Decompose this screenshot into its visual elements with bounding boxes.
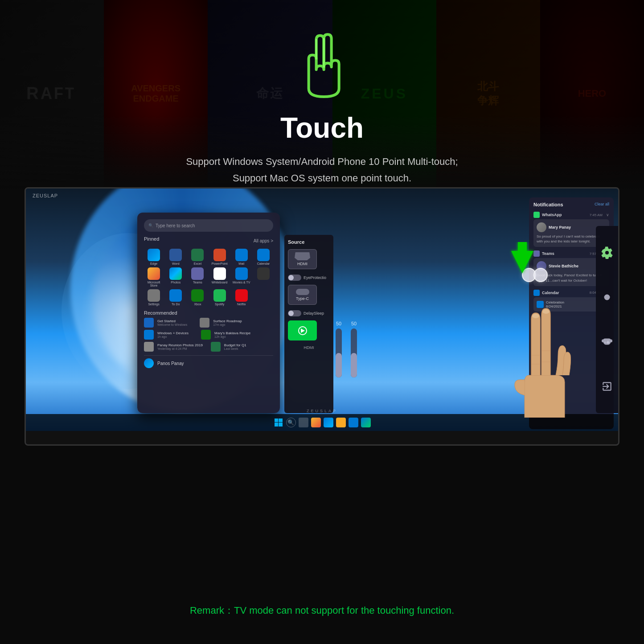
toggle-knob-eye	[288, 275, 294, 280]
slider-brightness: 50	[336, 321, 342, 377]
rec-item-1: Get Started Welcome to Windows Surface R…	[144, 318, 273, 328]
teams-sender: Stevie Bathiche	[549, 264, 578, 268]
osd-right-sidebar	[596, 226, 618, 413]
settings-icon	[148, 289, 160, 302]
desc-line-2: Support Mac OS system one point touch.	[135, 170, 509, 186]
recommended-list: Get Started Welcome to Windows Surface R…	[144, 318, 273, 352]
monitor-bottom-bar	[26, 431, 618, 444]
brightness-slider[interactable]	[336, 328, 342, 377]
xbox-icon	[191, 289, 204, 302]
eye-protection-label: EyeProtectio	[304, 275, 326, 280]
taskbar-task-view[interactable]	[299, 418, 308, 427]
hand-gesture-container	[493, 293, 591, 418]
osd-brightness-icon[interactable]	[599, 289, 615, 305]
monitor-section: ZEUSLAP 🔍 Type here to search Pinned All…	[25, 187, 619, 455]
osd-sliders-area: 50 50	[336, 321, 357, 377]
search-placeholder: Type here to search	[156, 223, 195, 228]
taskbar-windows-icon[interactable]	[274, 418, 283, 427]
svg-point-1	[532, 314, 539, 318]
user-area: Panos Panay	[144, 355, 273, 368]
whiteboard-icon	[213, 267, 226, 280]
rec-item-3: Panay Reunion Photos 2019 Yesterday at 4…	[144, 342, 273, 352]
osd-streaming-button[interactable]	[288, 320, 317, 340]
osd-toggle-eye: EyeProtectio	[288, 273, 330, 283]
osd-hdmi-button[interactable]: HDMI	[288, 249, 317, 269]
taskbar-edge-icon[interactable]	[324, 418, 333, 427]
app-whiteboard: Whiteboard	[210, 267, 230, 287]
search-bar: 🔍 Type here to search	[144, 219, 273, 232]
app-spotify: Spotify	[210, 289, 230, 306]
monitor-frame: ZEUSLAP 🔍 Type here to search Pinned All…	[25, 187, 619, 446]
teams-icon	[191, 267, 204, 280]
svg-rect-7	[275, 418, 278, 422]
app-teams: Teams	[188, 267, 207, 287]
app-edge: Edge	[144, 249, 164, 265]
edge-icon	[148, 249, 160, 261]
remark-section: Remark：TV mode can not support for the t…	[0, 604, 644, 617]
svg-rect-9	[275, 422, 278, 427]
app-tv	[254, 267, 273, 287]
rec-item-2: Windows + Devices 1h ago Mary's Baklava …	[144, 330, 273, 340]
excel-icon	[191, 249, 204, 261]
taskbar-search-icon[interactable]: 🔍	[286, 418, 296, 427]
osd-toggle-delay: DelaySleep	[288, 308, 330, 318]
osd-gamepad-icon[interactable]	[599, 334, 615, 350]
app-store: Microsoft Store	[144, 267, 164, 287]
contrast-slider[interactable]	[351, 328, 357, 377]
svg-marker-0	[511, 242, 533, 273]
app-grid: Edge Word Excel PowerPoint	[144, 249, 273, 306]
green-arrow-indicator	[509, 242, 536, 279]
typec-label: Type-C	[296, 296, 309, 301]
remark-text: Remark：TV mode can not support for the t…	[0, 604, 644, 617]
brightness-fill	[336, 353, 342, 377]
taskbar-photos-icon[interactable]	[361, 418, 371, 427]
recommended-label: Recommended	[144, 310, 273, 316]
rec-icon-5	[144, 342, 154, 352]
user-avatar	[144, 358, 154, 368]
svg-point-2	[542, 309, 550, 314]
spotify-icon	[213, 289, 226, 302]
contrast-fill	[351, 353, 357, 377]
notifications-clear[interactable]: Clear all	[595, 202, 609, 207]
touch-title: Touch	[280, 111, 364, 144]
streaming-icon	[298, 326, 307, 335]
osd-exit-icon[interactable]	[599, 378, 615, 394]
play-icon	[301, 328, 305, 333]
netflix-icon	[235, 289, 248, 302]
osd-gear-icon[interactable]	[599, 245, 615, 261]
toggle-knob-delay	[288, 311, 294, 316]
slider-contrast-value: 50	[351, 321, 357, 326]
rec-icon-1	[144, 318, 154, 328]
monitor-brand-label: ZEUSLAP	[33, 193, 58, 198]
tv-icon	[257, 267, 270, 280]
whatsapp-icon	[533, 212, 540, 218]
osd-typec-button[interactable]: Type-C	[288, 285, 317, 305]
app-powerpoint: PowerPoint	[210, 249, 230, 265]
movies-icon	[235, 267, 248, 280]
eye-protection-toggle[interactable]	[288, 275, 301, 281]
all-apps-label: All apps >	[254, 238, 273, 243]
rec-icon-4	[201, 330, 211, 340]
app-settings: Settings	[144, 289, 164, 306]
app-word: Word	[166, 249, 185, 265]
taskbar-store-icon[interactable]	[311, 418, 321, 427]
powerpoint-icon	[213, 249, 226, 261]
taskbar-explorer-icon[interactable]	[336, 418, 346, 427]
osd-signal-area: HDMI	[288, 343, 330, 351]
slider-contrast: 50	[351, 321, 357, 377]
app-excel: Excel	[188, 249, 207, 265]
screen-brand-label: ZEUSLAP	[307, 409, 337, 413]
taskbar-mail-icon[interactable]	[349, 418, 358, 427]
delay-sleep-toggle[interactable]	[288, 310, 301, 316]
osd-signal-label: HDMI	[304, 345, 314, 350]
slider-brightness-value: 50	[336, 321, 341, 326]
whatsapp-avatar	[537, 222, 546, 232]
app-movies: Movies & TV	[232, 267, 251, 287]
svg-rect-10	[279, 422, 283, 427]
whatsapp-app-row: WhatsApp 7:45 AM ∨	[533, 212, 609, 218]
start-menu: 🔍 Type here to search Pinned All apps > …	[137, 213, 280, 413]
hero-section: Touch Support Windows System/Android Pho…	[0, 0, 644, 203]
app-calendar: Calendar	[254, 249, 273, 265]
mail-icon	[235, 249, 248, 261]
svg-rect-8	[279, 418, 283, 422]
